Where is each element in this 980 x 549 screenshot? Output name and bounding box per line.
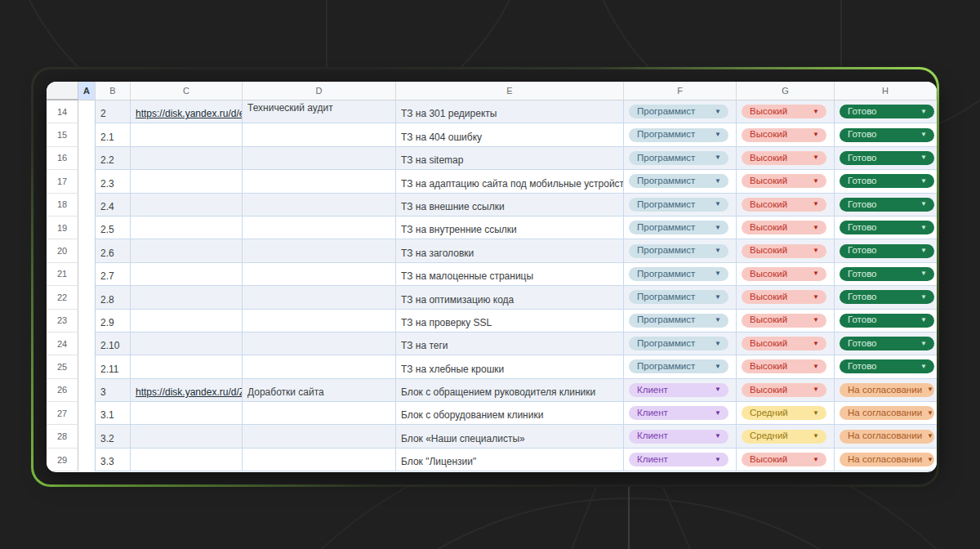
cell-priority[interactable]: Высокий▼ — [737, 170, 835, 193]
priority-chip[interactable]: Высокий▼ — [742, 151, 826, 165]
priority-chip[interactable]: Высокий▼ — [742, 453, 826, 466]
cell-task[interactable]: ТЗ на 404 ошибку — [396, 123, 624, 146]
cell-section-title[interactable] — [243, 263, 396, 286]
cell-link[interactable] — [131, 123, 243, 146]
cell-task[interactable]: Блок с обращением руководителя клиники — [396, 379, 624, 402]
assignee-chip[interactable]: Программист▼ — [629, 221, 728, 234]
priority-chip[interactable]: Высокий▼ — [742, 267, 826, 281]
priority-chip[interactable]: Высокий▼ — [742, 221, 826, 234]
cell-assignee[interactable]: Клиент▼ — [624, 425, 737, 448]
priority-chip[interactable]: Средний▼ — [742, 406, 826, 420]
cell-task[interactable]: ТЗ на адаптацию сайта под мобильные устр… — [396, 170, 624, 193]
cell-task[interactable]: ТЗ на внешние ссылки — [396, 194, 624, 216]
cell-section-title[interactable]: Доработки сайта — [243, 379, 396, 402]
cell-number[interactable]: 2.10 — [96, 333, 131, 355]
status-chip[interactable]: Готово▼ — [840, 221, 934, 234]
row-number[interactable]: 17 — [47, 170, 78, 193]
row-number[interactable]: 15 — [47, 123, 78, 146]
cell-section-title[interactable] — [243, 286, 396, 309]
cell-number[interactable]: 3 — [96, 379, 131, 402]
row-number[interactable]: 29 — [47, 449, 78, 471]
cell-number[interactable]: 2 — [96, 100, 131, 123]
cell-priority[interactable]: Высокий▼ — [737, 239, 835, 262]
cell-task[interactable]: ТЗ на заголовки — [396, 239, 624, 262]
cell-link[interactable] — [131, 170, 243, 193]
cell-section-title[interactable] — [243, 194, 396, 216]
cell-assignee[interactable]: Программист▼ — [624, 263, 737, 286]
cell-priority[interactable]: Высокий▼ — [737, 355, 835, 378]
row-number[interactable]: 18 — [47, 194, 78, 216]
cell-assignee[interactable]: Программист▼ — [624, 333, 737, 355]
column-header-H[interactable]: H — [835, 82, 937, 100]
cell-task[interactable]: ТЗ на 301 редиректы — [396, 100, 624, 123]
cell-section-title[interactable] — [243, 355, 396, 378]
cell-status[interactable]: На согласовании▼ — [835, 425, 937, 448]
priority-chip[interactable]: Высокий▼ — [742, 337, 826, 350]
cell-link[interactable] — [131, 449, 243, 471]
cell-priority[interactable]: Высокий▼ — [737, 310, 835, 333]
cell-assignee[interactable]: Программист▼ — [624, 239, 737, 262]
cell-task[interactable]: Блок "Лицензии" — [396, 449, 624, 471]
row-number[interactable]: 27 — [47, 402, 78, 425]
row-number[interactable]: 28 — [47, 425, 78, 448]
cell-priority[interactable]: Высокий▼ — [737, 379, 835, 402]
cell-a[interactable] — [78, 449, 96, 471]
cell-assignee[interactable]: Программист▼ — [624, 216, 737, 239]
column-header-E[interactable]: E — [396, 82, 624, 100]
cell-a[interactable] — [78, 379, 96, 402]
cell-assignee[interactable]: Клиент▼ — [624, 402, 737, 425]
cell-a[interactable] — [78, 216, 96, 239]
cell-section-title[interactable] — [243, 449, 396, 471]
assignee-chip[interactable]: Программист▼ — [629, 174, 728, 188]
cell-a[interactable] — [78, 170, 96, 193]
cell-status[interactable]: Готово▼ — [835, 170, 937, 193]
cell-priority[interactable]: Высокий▼ — [737, 333, 835, 355]
cell-priority[interactable]: Высокий▼ — [737, 123, 835, 146]
cell-assignee[interactable]: Программист▼ — [624, 286, 737, 309]
row-number[interactable]: 16 — [47, 147, 78, 170]
cell-task[interactable]: Блок с оборудованием клиники — [396, 402, 624, 425]
cell-assignee[interactable]: Программист▼ — [624, 310, 737, 333]
cell-link[interactable] — [131, 239, 243, 262]
cell-status[interactable]: Готово▼ — [835, 286, 937, 309]
cell-link[interactable] — [131, 147, 243, 170]
cell-assignee[interactable]: Программист▼ — [624, 194, 737, 216]
cell-priority[interactable]: Высокий▼ — [737, 194, 835, 216]
cell-number[interactable]: 2.4 — [96, 194, 131, 216]
status-chip[interactable]: На согласовании▼ — [840, 383, 934, 397]
cell-task[interactable]: ТЗ на проверку SSL — [396, 310, 624, 333]
cell-number[interactable]: 2.1 — [96, 123, 131, 146]
cell-priority[interactable]: Средний▼ — [737, 402, 835, 425]
cell-number[interactable]: 3.2 — [96, 425, 131, 448]
cell-section-title[interactable] — [243, 310, 396, 333]
row-number[interactable]: 25 — [47, 355, 78, 378]
cell-number[interactable]: 2.7 — [96, 263, 131, 286]
select-all-corner[interactable] — [47, 82, 78, 100]
column-header-G[interactable]: G — [737, 82, 835, 100]
cell-number[interactable]: 3.3 — [96, 449, 131, 471]
priority-chip[interactable]: Высокий▼ — [742, 359, 826, 373]
cell-status[interactable]: Готово▼ — [835, 147, 937, 170]
column-header-B[interactable]: B — [96, 82, 131, 100]
cell-priority[interactable]: Высокий▼ — [737, 449, 835, 471]
cell-status[interactable]: Готово▼ — [835, 263, 937, 286]
assignee-chip[interactable]: Программист▼ — [629, 314, 728, 328]
assignee-chip[interactable]: Программист▼ — [629, 359, 728, 373]
priority-chip[interactable]: Высокий▼ — [742, 290, 826, 304]
assignee-chip[interactable]: Клиент▼ — [629, 406, 728, 420]
cell-assignee[interactable]: Программист▼ — [624, 170, 737, 193]
column-header-D[interactable]: D — [243, 82, 396, 100]
row-number[interactable]: 24 — [47, 333, 78, 355]
status-chip[interactable]: Готово▼ — [840, 151, 934, 165]
cell-number[interactable]: 2.9 — [96, 310, 131, 333]
cell-link[interactable] — [131, 402, 243, 425]
priority-chip[interactable]: Высокий▼ — [742, 198, 826, 212]
cell-link[interactable] — [131, 194, 243, 216]
assignee-chip[interactable]: Программист▼ — [629, 151, 728, 165]
cell-a[interactable] — [78, 402, 96, 425]
status-chip[interactable]: Готово▼ — [840, 105, 934, 118]
status-chip[interactable]: Готово▼ — [840, 128, 934, 142]
cell-status[interactable]: Готово▼ — [835, 216, 937, 239]
cell-number[interactable]: 2.5 — [96, 216, 131, 239]
status-chip[interactable]: На согласовании▼ — [840, 453, 934, 466]
